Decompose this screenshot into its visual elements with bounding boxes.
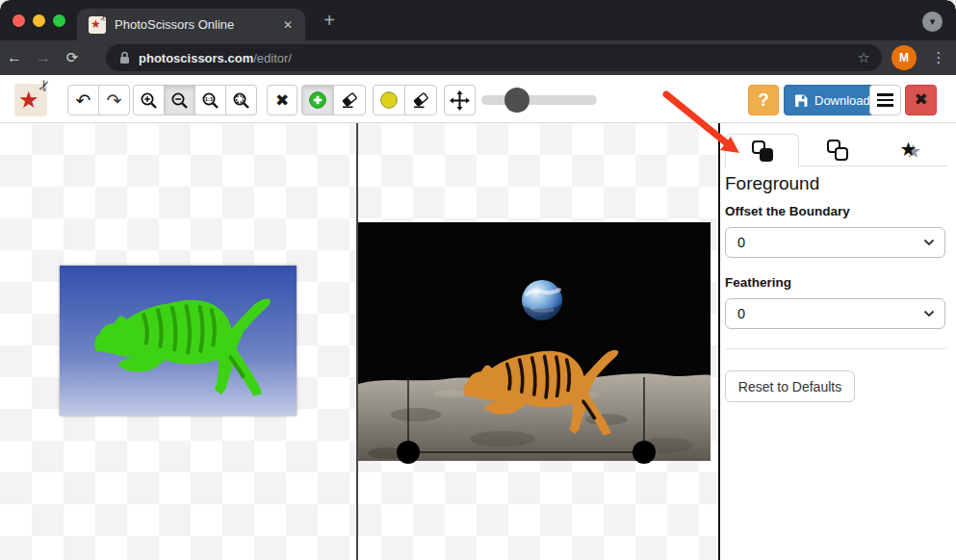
foreground-eraser-button[interactable] <box>333 85 366 115</box>
offset-boundary-value: 0 <box>737 235 745 250</box>
hamburger-icon <box>877 93 893 96</box>
zoom-in-button[interactable] <box>133 85 165 115</box>
download-label: Download <box>814 93 870 108</box>
right-handle[interactable] <box>633 441 656 464</box>
tab-title: PhotoScissors Online <box>115 17 280 32</box>
clear-markers-button[interactable]: ✖ <box>267 85 297 115</box>
chevron-down-icon <box>923 310 935 318</box>
help-button[interactable]: ? <box>748 85 779 115</box>
reload-icon[interactable]: ⟳ <box>58 49 87 66</box>
effects-star-icon: ★ ★ <box>900 139 923 162</box>
tab-effects[interactable]: ★ ★ <box>874 134 948 166</box>
background-eraser-button[interactable] <box>404 85 437 115</box>
left-handle[interactable] <box>397 441 420 464</box>
mac-close-button[interactable] <box>13 14 25 27</box>
url-input[interactable]: photoscissors.com/editor/ ☆ <box>106 44 882 71</box>
yellow-circle-marker-icon <box>379 90 399 110</box>
download-button[interactable]: Download <box>784 85 881 115</box>
result-preview-image[interactable] <box>358 222 711 461</box>
zoom-actual-size-button[interactable]: 1:1 <box>194 85 226 115</box>
feathering-select[interactable]: 0 <box>725 298 945 329</box>
close-editor-button[interactable]: ✖ <box>905 85 937 115</box>
mac-fullscreen-button[interactable] <box>53 14 65 27</box>
offset-boundary-select[interactable]: 0 <box>725 227 945 258</box>
sidebar-divider <box>725 348 946 349</box>
save-floppy-icon <box>794 93 809 108</box>
zoom-button-group: 1:1 <box>133 85 257 115</box>
eraser-icon <box>411 90 430 110</box>
background-marker-button[interactable] <box>373 85 405 115</box>
brush-size-slider-thumb[interactable] <box>504 88 530 113</box>
zoom-in-icon <box>140 91 158 110</box>
forward-icon: → <box>29 49 58 66</box>
browser-window: ★ ✂ PhotoScissors Online ✕ + ▾ ← → ⟳ pho… <box>0 0 956 560</box>
foreground-marker-group <box>301 85 366 115</box>
svg-text:1:1: 1:1 <box>205 96 214 102</box>
new-tab-button[interactable]: + <box>319 11 340 32</box>
offset-boundary-label: Offset the Boundary <box>725 204 850 218</box>
menu-button[interactable] <box>869 85 901 115</box>
photoscissors-logo: ★ ✂ <box>14 84 47 116</box>
zoom-out-button[interactable] <box>164 85 195 115</box>
redo-icon: ↷ <box>107 91 122 110</box>
mac-minimize-button[interactable] <box>33 14 45 27</box>
undo-icon: ↶ <box>76 91 91 110</box>
feathering-label: Feathering <box>725 275 791 290</box>
zoom-fit-button[interactable] <box>225 85 257 115</box>
browser-address-bar: ← → ⟳ photoscissors.com/editor/ ☆ M ⋮ <box>0 40 956 75</box>
bookmark-star-icon[interactable]: ☆ <box>858 49 870 66</box>
brush-size-slider-track[interactable] <box>481 95 597 105</box>
url-path: /editor/ <box>253 51 292 65</box>
back-icon[interactable]: ← <box>0 49 29 66</box>
chevron-down-icon <box>923 239 935 246</box>
reset-defaults-button[interactable]: Reset to Defaults <box>725 370 855 402</box>
browser-menu-kebab-icon[interactable]: ⋮ <box>928 46 949 69</box>
redo-button[interactable]: ↷ <box>98 85 130 115</box>
foreground-marker-button[interactable] <box>301 85 334 115</box>
tab-background[interactable] <box>800 134 874 166</box>
profile-chevron-icon[interactable]: ▾ <box>922 12 943 32</box>
clear-icon: ✖ <box>275 92 289 109</box>
earth <box>522 280 562 324</box>
browser-tab[interactable]: ★ ✂ PhotoScissors Online ✕ <box>77 9 305 40</box>
feathering-value: 0 <box>737 306 745 321</box>
history-button-group: ↶ ↷ <box>67 85 130 115</box>
zoom-fit-icon <box>232 91 250 110</box>
red-annotation-arrow <box>657 89 748 158</box>
green-plus-marker-icon <box>308 90 327 110</box>
move-tool-button[interactable] <box>444 85 476 115</box>
photoscissors-favicon-icon: ★ ✂ <box>89 16 106 34</box>
eraser-icon <box>340 90 359 110</box>
move-icon <box>450 90 470 111</box>
lock-icon <box>119 51 130 64</box>
mask-preview-image[interactable] <box>60 266 297 416</box>
foreground-layers-icon <box>752 140 773 162</box>
sidebar-heading: Foreground <box>725 173 819 194</box>
avatar[interactable]: M <box>891 45 917 70</box>
tab-close-icon[interactable]: ✕ <box>280 16 296 34</box>
url-host: photoscissors.com <box>139 51 253 65</box>
background-layers-icon <box>827 140 848 161</box>
zoom-actual-size-icon: 1:1 <box>201 91 220 110</box>
undo-button[interactable]: ↶ <box>67 85 99 115</box>
logo-star-icon: ★ <box>18 87 39 114</box>
zoom-out-icon <box>170 91 189 110</box>
background-marker-group <box>373 85 437 115</box>
browser-tab-strip: ★ ✂ PhotoScissors Online ✕ + ▾ <box>0 0 956 40</box>
